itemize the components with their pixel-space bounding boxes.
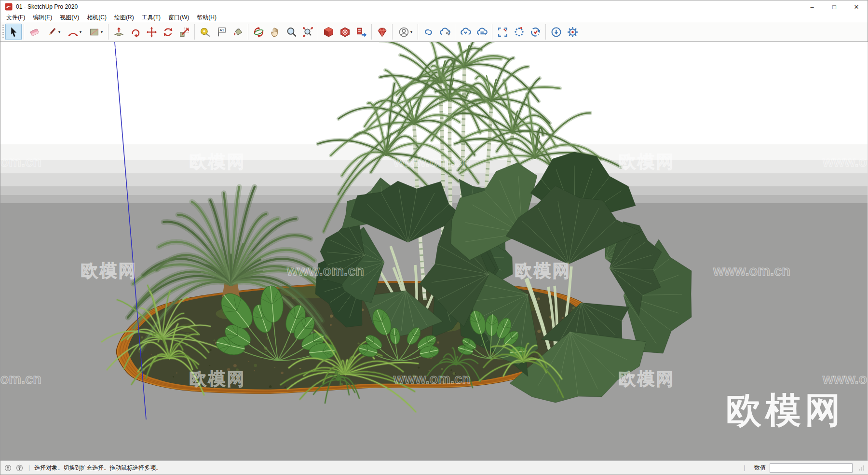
eraser-tool[interactable] — [26, 24, 42, 40]
zoom-extents-tool[interactable] — [299, 24, 316, 40]
viewport-3d[interactable]: 欧模网www.om.cn欧模网www.om.cnwww.om.cn欧模网www.… — [0, 42, 868, 461]
dropdown-caret-icon[interactable]: ▾ — [80, 30, 81, 34]
close-button[interactable]: ✕ — [845, 0, 868, 13]
menu-item-4[interactable]: 绘图(R) — [110, 13, 138, 22]
statusbar: | 选择对象。切换到扩充选择。拖动鼠标选择多项。 | 数值 — [0, 461, 868, 475]
menubar: 文件(F)编辑(E)视图(V)相机(C)绘图(R)工具(T)窗口(W)帮助(H) — [0, 13, 868, 22]
om-update-button-icon — [550, 26, 562, 38]
toolbar-separator — [455, 24, 455, 40]
move-tool[interactable] — [143, 24, 160, 40]
select-tool[interactable] — [5, 24, 22, 40]
scale-tool[interactable] — [176, 24, 192, 40]
dropdown-caret-icon[interactable]: ▾ — [410, 30, 412, 34]
styles-panel-button-icon — [339, 26, 351, 38]
svg-text:www.om.cn: www.om.cn — [822, 154, 868, 169]
om-capture-button-icon — [497, 26, 509, 38]
svg-text:www.om.cn: www.om.cn — [822, 371, 868, 387]
svg-text:www.om.cn: www.om.cn — [0, 154, 41, 169]
orbit-tool[interactable] — [250, 24, 267, 40]
om-settings-button-icon — [567, 26, 579, 38]
toolbar-separator — [248, 24, 248, 40]
om-cloud-share-button-icon — [439, 26, 451, 38]
svg-text:欧模网: 欧模网 — [515, 261, 571, 280]
measurement-label: 数值 — [754, 464, 766, 472]
components-panel-button-icon — [323, 26, 335, 38]
text-tool-icon: A1 — [216, 26, 228, 38]
window-controls: – □ ✕ — [801, 0, 868, 13]
sketchup-logo-icon — [5, 3, 13, 11]
menu-item-1[interactable]: 编辑(E) — [29, 13, 56, 22]
menu-item-6[interactable]: 窗口(W) — [164, 13, 193, 22]
svg-text:欧模网: 欧模网 — [619, 369, 675, 389]
om-link-button[interactable] — [420, 24, 436, 40]
move-tool-icon — [146, 26, 158, 38]
minimize-button[interactable]: – — [801, 0, 823, 13]
svg-text:www.om.cn: www.om.cn — [393, 154, 471, 169]
big-watermark: 欧模网 — [726, 390, 844, 430]
svg-text:欧模网: 欧模网 — [190, 152, 246, 171]
om-cloud-download-button-icon — [460, 26, 472, 38]
om-cloud-list-button[interactable] — [474, 24, 490, 40]
geolocation-status-icon[interactable] — [4, 464, 12, 472]
components-panel-button[interactable] — [320, 24, 337, 40]
maximize-button[interactable]: □ — [823, 0, 845, 13]
line-tool[interactable]: ▾ — [42, 24, 64, 40]
scale-tool-icon — [178, 26, 190, 38]
account-menu[interactable]: ▾ — [394, 24, 416, 40]
tape-measure-tool-icon — [199, 26, 211, 38]
menu-item-5[interactable]: 工具(T) — [138, 13, 164, 22]
dropdown-caret-icon[interactable]: ▾ — [58, 30, 60, 34]
toolbar-separator — [371, 24, 372, 40]
export-button[interactable] — [353, 24, 369, 40]
om-settings-button[interactable] — [564, 24, 581, 40]
measurement-input[interactable] — [770, 463, 853, 473]
tape-measure-tool[interactable] — [197, 24, 213, 40]
measurement-area: | 数值 — [743, 463, 865, 473]
line-tool-icon — [46, 26, 58, 38]
follow-me-tool[interactable] — [127, 24, 143, 40]
om-cloud-download-button[interactable] — [457, 24, 474, 40]
zoom-tool[interactable] — [283, 24, 299, 40]
om-sync-button[interactable] — [527, 24, 543, 40]
menu-item-3[interactable]: 相机(C) — [83, 13, 110, 22]
resize-grip[interactable] — [858, 465, 865, 471]
zoom-tool-icon — [285, 26, 298, 38]
3d-warehouse-button[interactable] — [374, 24, 390, 40]
om-render-button[interactable] — [511, 24, 527, 40]
push-pull-tool-icon — [113, 26, 125, 38]
toolbar-separator — [392, 24, 393, 40]
svg-text:www.om.cn: www.om.cn — [286, 263, 364, 279]
om-cloud-list-button-icon — [476, 26, 488, 38]
dropdown-caret-icon[interactable]: ▾ — [101, 30, 103, 34]
menu-item-2[interactable]: 视图(V) — [56, 13, 83, 22]
toolbar-drag-handle[interactable] — [2, 25, 4, 39]
svg-text:欧模网: 欧模网 — [81, 261, 137, 280]
rotate-tool-icon — [162, 26, 174, 38]
om-capture-button[interactable] — [494, 24, 511, 40]
toolbar-separator — [318, 24, 318, 40]
toolbar-separator — [24, 24, 24, 40]
text-tool[interactable]: A1 — [213, 24, 230, 40]
credits-status-icon[interactable] — [16, 464, 23, 472]
shapes-tool[interactable]: ▾ — [85, 24, 106, 40]
svg-text:欧模网: 欧模网 — [515, 43, 571, 63]
om-render-button-icon — [513, 26, 525, 38]
toolbar: ▾▾▾A1▾ — [0, 22, 868, 42]
om-update-button[interactable] — [548, 24, 564, 40]
styles-panel-button[interactable] — [337, 24, 353, 40]
select-tool-icon — [8, 26, 20, 38]
svg-text:欧模网: 欧模网 — [190, 369, 246, 389]
pan-tool[interactable] — [267, 24, 283, 40]
rotate-tool[interactable] — [160, 24, 176, 40]
account-menu-icon — [398, 26, 410, 38]
toolbar-separator — [108, 24, 108, 40]
menu-item-7[interactable]: 帮助(H) — [193, 13, 220, 22]
menu-item-0[interactable]: 文件(F) — [2, 13, 29, 22]
svg-text:www.om.cn: www.om.cn — [713, 46, 790, 61]
3d-warehouse-button-icon — [376, 26, 388, 38]
paint-bucket-tool[interactable] — [230, 24, 246, 40]
om-cloud-share-button[interactable] — [436, 24, 453, 40]
push-pull-tool[interactable] — [110, 24, 127, 40]
arc-tool-icon — [67, 26, 79, 38]
arc-tool[interactable]: ▾ — [64, 24, 85, 40]
